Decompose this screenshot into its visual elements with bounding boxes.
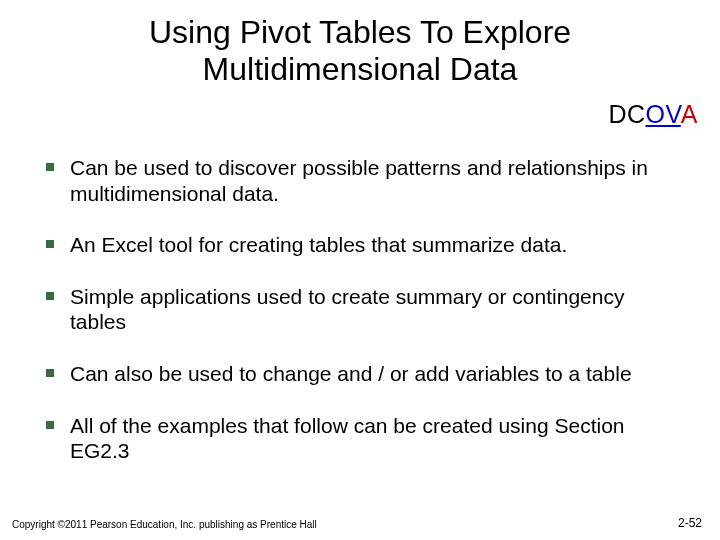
dcova-tag: DCOVA: [608, 100, 698, 129]
copyright-text: Copyright ©2011 Pearson Education, Inc. …: [12, 519, 317, 530]
dcova-mid: OV: [646, 100, 681, 128]
title-line-1: Using Pivot Tables To Explore: [149, 14, 571, 50]
slide-number: 2-52: [678, 516, 702, 530]
bullet-text: All of the examples that follow can be c…: [70, 413, 686, 464]
bullet-icon: [46, 163, 54, 171]
list-item: Can also be used to change and / or add …: [46, 361, 686, 387]
bullet-text: An Excel tool for creating tables that s…: [70, 232, 686, 258]
bullet-icon: [46, 421, 54, 429]
dcova-pre: DC: [608, 100, 645, 128]
title-line-2: Multidimensional Data: [203, 51, 518, 87]
bullet-text: Can also be used to change and / or add …: [70, 361, 686, 387]
dcova-last: A: [681, 100, 698, 128]
list-item: An Excel tool for creating tables that s…: [46, 232, 686, 258]
list-item: All of the examples that follow can be c…: [46, 413, 686, 464]
list-item: Can be used to discover possible pattern…: [46, 155, 686, 206]
bullet-icon: [46, 240, 54, 248]
bullet-list: Can be used to discover possible pattern…: [46, 155, 686, 490]
bullet-text: Can be used to discover possible pattern…: [70, 155, 686, 206]
bullet-icon: [46, 369, 54, 377]
bullet-icon: [46, 292, 54, 300]
slide-title: Using Pivot Tables To Explore Multidimen…: [0, 0, 720, 88]
bullet-text: Simple applications used to create summa…: [70, 284, 686, 335]
list-item: Simple applications used to create summa…: [46, 284, 686, 335]
slide: Using Pivot Tables To Explore Multidimen…: [0, 0, 720, 540]
